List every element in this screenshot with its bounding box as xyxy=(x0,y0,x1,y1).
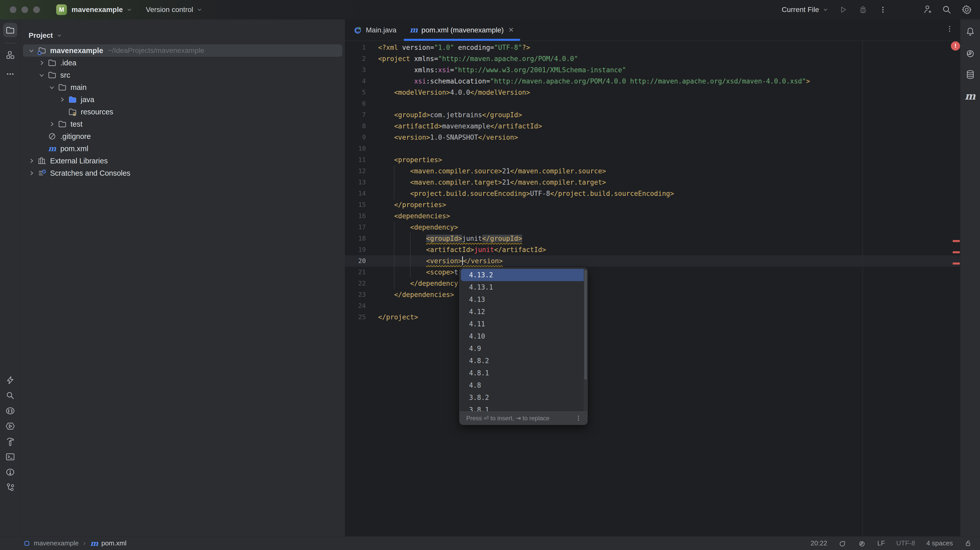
indent-widget[interactable]: 4 spaces xyxy=(926,539,953,547)
completion-item-4-12[interactable]: 4.12 xyxy=(461,306,586,318)
line-separator-widget[interactable]: LF xyxy=(877,539,885,547)
tree-item-pom-xml[interactable]: mpom.xml xyxy=(23,143,342,155)
project-panel-title[interactable]: Project xyxy=(29,32,53,40)
ai-assistant-button[interactable] xyxy=(964,47,977,59)
reader-mode-icon[interactable] xyxy=(838,539,846,547)
code-token xyxy=(378,89,394,96)
completion-item-4-13[interactable]: 4.13 xyxy=(461,293,586,306)
code-token xyxy=(378,178,410,186)
more-actions-button[interactable] xyxy=(877,4,889,15)
tree-item-resources[interactable]: resources xyxy=(23,106,342,118)
chevron-down-icon[interactable] xyxy=(47,83,57,92)
minimize-window-button[interactable] xyxy=(21,6,28,13)
code-token: "UTF-8" xyxy=(494,44,522,51)
completion-item-4-13-2[interactable]: 4.13.2 xyxy=(461,269,586,281)
database-button[interactable] xyxy=(964,68,977,81)
maven-tool-window-button[interactable]: m xyxy=(964,90,977,102)
build-tool-window-button[interactable] xyxy=(4,436,16,447)
window-controls[interactable] xyxy=(10,6,40,13)
find-tool-window-button[interactable] xyxy=(4,390,16,401)
code-token: junit xyxy=(474,246,494,254)
completion-item-4-8[interactable]: 4.8 xyxy=(461,379,586,391)
chevron-right-icon[interactable] xyxy=(27,168,36,178)
tree-item-scratches-and-consoles[interactable]: Scratches and Consoles xyxy=(23,167,342,179)
editor-tab-pom-xml[interactable]: mpom.xml (mavenexample)✕ xyxy=(403,19,521,41)
line-number-gutter: 1234567891011121314151617181920212223242… xyxy=(345,42,366,323)
tree-item-test[interactable]: test xyxy=(23,118,342,130)
chevron-down-icon xyxy=(56,32,63,39)
unlock-icon[interactable] xyxy=(964,539,972,547)
code-with-me-button[interactable] xyxy=(921,4,932,15)
code-content[interactable]: <?xml version="1.0" encoding="UTF-8"?><p… xyxy=(378,42,810,323)
tree-item-src[interactable]: src xyxy=(23,69,342,81)
run-button[interactable] xyxy=(837,4,849,15)
project-tool-window-button[interactable] xyxy=(3,23,18,37)
more-tool-windows-button[interactable] xyxy=(4,68,16,80)
rail-divider xyxy=(5,43,15,43)
error-stripe-mark[interactable] xyxy=(953,262,960,264)
project-root-icon xyxy=(36,45,48,56)
code-editor[interactable]: 1234567891011121314151617181920212223242… xyxy=(345,41,960,536)
search-everywhere-button[interactable] xyxy=(941,4,952,15)
services-tool-window-button[interactable] xyxy=(4,405,16,416)
popup-scrollbar[interactable] xyxy=(584,269,587,411)
chevron-down-icon[interactable] xyxy=(27,46,36,56)
project-tree: mavenexample~/IdeaProjects/mavenexample.… xyxy=(21,45,345,179)
close-tab-icon[interactable]: ✕ xyxy=(508,26,514,34)
completion-options-button[interactable] xyxy=(574,415,582,422)
tree-item--idea[interactable]: .idea xyxy=(23,57,342,69)
terminal-tool-window-button[interactable] xyxy=(4,451,16,463)
completion-item-4-11[interactable]: 4.11 xyxy=(461,318,586,330)
settings-button[interactable] xyxy=(961,4,972,15)
code-token: <artifactId> xyxy=(394,122,442,130)
tab-options-button[interactable] xyxy=(945,24,954,33)
code-token: <maven.compiler.source> xyxy=(410,167,502,175)
version-control-menu[interactable]: Version control xyxy=(146,6,193,14)
breadcrumb-file[interactable]: pom.xml xyxy=(102,539,126,547)
line-number: 1 xyxy=(345,42,366,53)
folder-icon xyxy=(46,58,58,68)
notifications-button[interactable] xyxy=(964,25,977,38)
completion-item-3-8-1[interactable]: 3.8.1 xyxy=(461,404,586,411)
caret-position-widget[interactable]: 20:22 xyxy=(811,539,827,547)
encoding-widget[interactable]: UTF-8 xyxy=(896,539,915,547)
inspection-error-badge[interactable]: ! xyxy=(951,41,960,51)
tree-item-main[interactable]: main xyxy=(23,81,342,94)
close-window-button[interactable] xyxy=(10,6,16,13)
run-config-selector[interactable]: Current File xyxy=(782,6,829,14)
completion-item-4-10[interactable]: 4.10 xyxy=(461,330,586,342)
editor-tab-main-java[interactable]: Main.java xyxy=(347,19,403,41)
error-stripe-mark[interactable] xyxy=(953,240,960,242)
project-badge[interactable]: M xyxy=(56,4,67,15)
chevron-right-icon[interactable] xyxy=(47,119,57,129)
completion-item-4-13-1[interactable]: 4.13.1 xyxy=(461,281,586,293)
structure-tool-window-button[interactable] xyxy=(4,49,16,61)
breadcrumb-project[interactable]: mavenexample xyxy=(34,539,79,547)
maximize-window-button[interactable] xyxy=(33,6,40,13)
scratches-icon xyxy=(36,168,48,178)
project-name-menu[interactable]: mavenexample xyxy=(72,6,123,14)
tree-item-external-libraries[interactable]: External Libraries xyxy=(23,155,342,167)
completion-item-4-8-1[interactable]: 4.8.1 xyxy=(461,367,586,379)
line-number: 12 xyxy=(345,165,366,177)
chevron-right-icon[interactable] xyxy=(27,156,36,166)
completion-item-3-8-2[interactable]: 3.8.2 xyxy=(461,391,586,404)
git-tool-window-button[interactable] xyxy=(4,482,16,493)
ext-lib-icon xyxy=(36,156,48,166)
inspections-widget-icon[interactable] xyxy=(858,539,866,547)
tree-item--gitignore[interactable]: .gitignore xyxy=(23,130,342,143)
chevron-down-icon[interactable] xyxy=(37,70,46,80)
chevron-right-icon[interactable] xyxy=(37,58,46,68)
ai-actions-button[interactable] xyxy=(4,375,16,386)
run-anything-button[interactable] xyxy=(4,421,16,432)
chevron-right-icon[interactable] xyxy=(57,95,67,105)
error-stripe-mark[interactable] xyxy=(953,251,960,253)
tree-item-java[interactable]: java xyxy=(23,94,342,106)
tree-item-mavenexample[interactable]: mavenexample~/IdeaProjects/mavenexample xyxy=(23,45,342,57)
completion-item-4-9[interactable]: 4.9 xyxy=(461,342,586,354)
maven-file-icon: m xyxy=(90,539,99,547)
completion-item-4-8-2[interactable]: 4.8.2 xyxy=(461,354,586,367)
problems-tool-window-button[interactable] xyxy=(4,466,16,478)
code-token: <version> xyxy=(426,257,462,265)
debug-button[interactable] xyxy=(858,4,869,15)
